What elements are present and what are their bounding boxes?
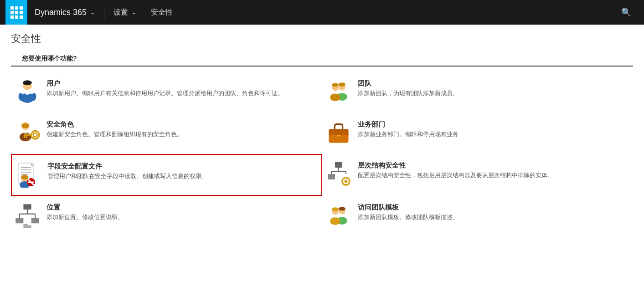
- feature-business-unit-title: 业务部门: [358, 120, 624, 129]
- section-title: 您要使用哪个功能?: [11, 49, 633, 67]
- feature-team[interactable]: 团队 添加新团队，为现有团队添加新成员。: [322, 72, 634, 113]
- feature-users-text: 用户 添加新用户。编辑用户有关信息和停用用户记录。管理分派给用户的团队、角色和许…: [46, 79, 313, 98]
- feature-users[interactable]: 用户 添加新用户。编辑用户有关信息和停用用户记录。管理分派给用户的团队、角色和许…: [11, 72, 322, 113]
- svg-point-6: [339, 82, 345, 86]
- feature-access-team-title: 访问团队模板: [358, 203, 624, 212]
- svg-rect-49: [341, 180, 343, 182]
- feature-business-unit-desc: 添加新业务部门。编辑和停用现有业务: [358, 131, 624, 139]
- svg-rect-20: [329, 129, 348, 133]
- feature-access-team-desc: 添加新团队模板。修改团队模板描述。: [358, 214, 624, 222]
- svg-point-10: [330, 93, 340, 101]
- feature-security-role-title: 安全角色: [46, 120, 313, 129]
- feature-field-security[interactable]: 字段安全配置文件 管理用户和团队在安全字段中读取、创建或写入信息的权限。: [11, 154, 322, 196]
- feature-location-title: 位置: [46, 203, 313, 212]
- svg-point-69: [332, 207, 339, 211]
- feature-field-security-text: 字段安全配置文件 管理用户和团队在安全字段中读取、创建或写入信息的权限。: [47, 162, 312, 181]
- feature-security-role-text: 安全角色 创建新安全角色。管理和删除组织现有的安全角色。: [46, 120, 313, 139]
- svg-rect-38: [335, 162, 342, 168]
- hierarchy-security-icon: [326, 161, 351, 187]
- svg-rect-55: [23, 204, 31, 210]
- feature-users-desc: 添加新用户。编辑用户有关信息和停用用户记录。管理分派给用户的团队、角色和许可证。: [46, 90, 313, 98]
- svg-point-9: [332, 83, 339, 87]
- feature-hierarchy-security[interactable]: 层次结构安全性 配置层次结构安全性，包括启用层次结构以及要从层次结构中排除的实体…: [322, 154, 634, 196]
- feature-hierarchy-security-desc: 配置层次结构安全性，包括启用层次结构以及要从层次结构中排除的实体。: [358, 172, 624, 180]
- feature-security-role[interactable]: 安全角色 创建新安全角色。管理和删除组织现有的安全角色。: [11, 113, 322, 154]
- svg-point-1: [23, 80, 31, 85]
- svg-point-66: [339, 207, 345, 210]
- content-grid: 用户 添加新用户。编辑用户有关信息和停用用户记录。管理分派给用户的团队、角色和许…: [0, 72, 644, 237]
- business-unit-icon: [326, 120, 351, 146]
- feature-access-team-text: 访问团队模板 添加新团队模板。修改团队模板描述。: [358, 203, 624, 222]
- svg-rect-64: [23, 225, 31, 228]
- security-role-icon: [15, 120, 40, 146]
- svg-point-32: [21, 175, 28, 179]
- brand-button[interactable]: Dynamics 365 ⌄: [27, 8, 102, 17]
- feature-location-text: 位置 添加新位置。修改位置说明。: [46, 203, 313, 222]
- feature-team-title: 团队: [358, 79, 624, 88]
- feature-users-title: 用户: [46, 79, 313, 88]
- svg-rect-39: [328, 174, 335, 179]
- feature-hierarchy-security-text: 层次结构安全性 配置层次结构安全性，包括启用层次结构以及要从层次结构中排除的实体…: [358, 161, 624, 180]
- navbar: Dynamics 365 ⌄ 设置 ⌄ 安全性 🔍: [0, 0, 644, 25]
- waffle-grid-icon: [10, 6, 23, 19]
- navbar-divider-1: [104, 5, 104, 19]
- svg-rect-57: [31, 218, 39, 223]
- svg-rect-50: [349, 180, 350, 182]
- feature-security-role-desc: 创建新安全角色。管理和删除组织现有的安全角色。: [46, 131, 313, 139]
- brand-label: Dynamics 365: [35, 8, 87, 17]
- feature-field-security-title: 字段安全配置文件: [47, 162, 312, 171]
- svg-rect-48: [345, 184, 347, 186]
- feature-team-desc: 添加新团队，为现有团队添加新成员。: [358, 90, 624, 98]
- settings-chevron: ⌄: [132, 9, 136, 15]
- page-title: 安全性: [0, 25, 644, 49]
- settings-label: 设置: [113, 8, 128, 17]
- feature-hierarchy-security-title: 层次结构安全性: [358, 161, 624, 170]
- svg-rect-23: [329, 133, 348, 135]
- field-security-icon: [15, 162, 41, 188]
- feature-field-security-desc: 管理用户和团队在安全字段中读取、创建或写入信息的权限。: [47, 173, 312, 181]
- feature-location-desc: 添加新位置。修改位置说明。: [46, 214, 313, 222]
- settings-menu[interactable]: 设置 ⌄: [106, 0, 144, 25]
- feature-team-text: 团队 添加新团队，为现有团队添加新成员。: [358, 79, 624, 98]
- svg-rect-56: [15, 218, 23, 223]
- access-team-icon: [326, 203, 351, 229]
- svg-point-15: [33, 133, 37, 137]
- feature-location[interactable]: 位置 添加新位置。修改位置说明。: [11, 196, 322, 237]
- waffle-button[interactable]: [5, 0, 27, 25]
- svg-rect-47: [345, 177, 347, 179]
- brand-chevron: ⌄: [90, 9, 95, 15]
- svg-point-46: [344, 180, 347, 183]
- user-icon: [15, 79, 40, 105]
- search-button[interactable]: 🔍: [614, 7, 639, 17]
- svg-point-70: [330, 217, 340, 225]
- location-icon: [15, 203, 40, 229]
- breadcrumb: 安全性: [144, 8, 180, 17]
- feature-access-team[interactable]: 访问团队模板 添加新团队模板。修改团队模板描述。: [322, 196, 634, 237]
- svg-rect-22: [337, 135, 340, 136]
- svg-point-14: [31, 131, 39, 139]
- feature-business-unit[interactable]: 业务部门 添加新业务部门。编辑和停用现有业务: [322, 113, 634, 154]
- feature-business-unit-text: 业务部门 添加新业务部门。编辑和停用现有业务: [358, 120, 624, 139]
- svg-point-12: [21, 123, 29, 128]
- team-icon: [326, 79, 351, 105]
